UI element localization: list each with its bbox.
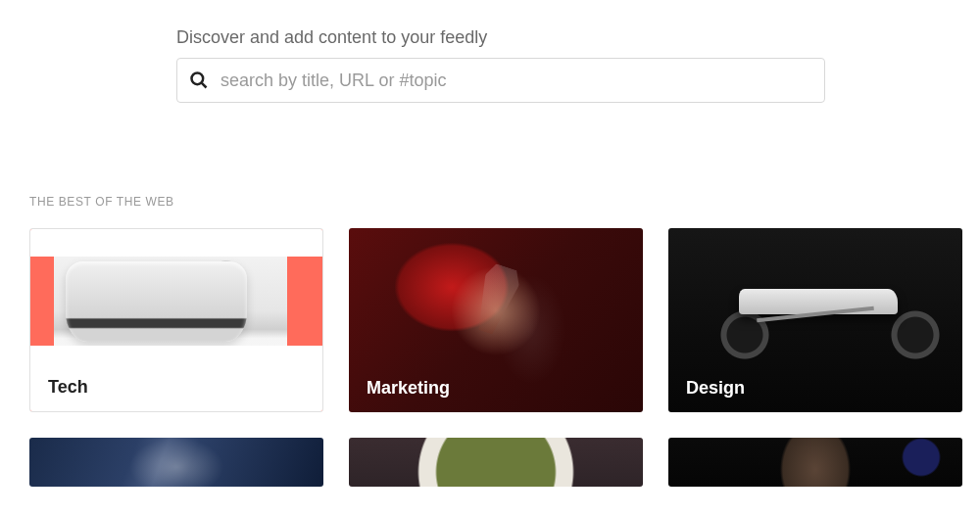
card-label: Marketing [367,378,450,399]
category-card[interactable] [668,438,962,487]
section-heading: THE BEST OF THE WEB [29,195,951,209]
category-card[interactable] [349,438,643,487]
card-label: Tech [48,377,88,398]
svg-line-1 [202,83,207,88]
card-grid: Tech Marketing Design [29,228,951,412]
card-thumbnail [29,438,323,487]
search-box[interactable] [176,58,825,103]
category-card-marketing[interactable]: Marketing [349,228,643,412]
svg-point-0 [192,73,204,85]
category-card[interactable] [29,438,323,487]
category-card-design[interactable]: Design [668,228,962,412]
card-label: Design [686,378,745,399]
search-heading: Discover and add content to your feedly [176,27,825,48]
card-thumbnail [349,438,643,487]
search-input[interactable] [220,70,812,91]
card-thumbnail [668,438,962,487]
search-icon [189,70,209,90]
card-grid-row2 [29,438,951,487]
category-card-tech[interactable]: Tech [29,228,323,412]
